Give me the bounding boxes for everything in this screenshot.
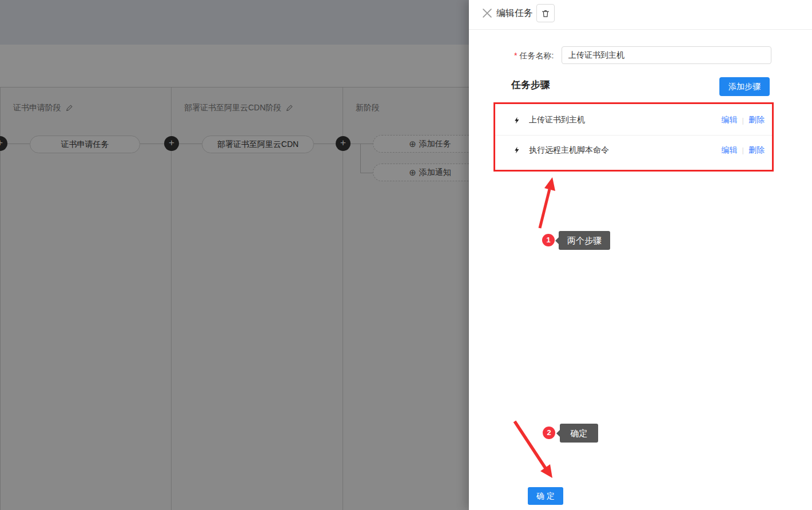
delete-step-link[interactable]: 删除 (749, 145, 765, 156)
annotation-badge-2: 2 (543, 427, 555, 439)
step-label: 上传证书到主机 (529, 115, 722, 125)
annotation-tooltip-1: 两个步骤 (559, 231, 610, 250)
edit-step-link[interactable]: 编辑 (722, 115, 738, 125)
step-label: 执行远程主机脚本命令 (529, 145, 722, 156)
link-separator: | (742, 116, 744, 125)
lightning-icon (513, 115, 521, 125)
steps-list: 上传证书到主机 编辑 | 删除 执行远程主机脚本命令 编辑 | 删除 (495, 105, 772, 165)
edit-step-link[interactable]: 编辑 (722, 145, 738, 156)
task-name-label: *任务名称: (514, 51, 554, 61)
drawer-mask-overlay[interactable] (0, 0, 469, 510)
task-steps-heading: 任务步骤 (511, 78, 550, 91)
required-asterisk: * (514, 51, 517, 60)
add-step-button[interactable]: 添加步骤 (719, 77, 770, 96)
confirm-button[interactable]: 确 定 (528, 487, 563, 505)
edit-task-drawer: 编辑任务 *任务名称: 任务步骤 添加步骤 上传证书到主机 编辑 | 删除 执行… (469, 0, 812, 510)
task-name-input[interactable] (562, 46, 771, 64)
delete-task-button[interactable] (536, 4, 555, 22)
drawer-header: 编辑任务 (469, 0, 812, 30)
step-row: 执行远程主机脚本命令 编辑 | 删除 (495, 135, 772, 165)
drawer-title: 编辑任务 (496, 7, 533, 19)
step-row: 上传证书到主机 编辑 | 删除 (495, 105, 772, 135)
annotation-badge-1: 1 (542, 234, 555, 246)
close-icon[interactable] (483, 9, 492, 18)
trash-icon (541, 9, 550, 18)
link-separator: | (742, 146, 744, 154)
annotation-tooltip-2: 确定 (560, 424, 598, 443)
lightning-icon (513, 145, 521, 155)
delete-step-link[interactable]: 删除 (749, 115, 765, 125)
